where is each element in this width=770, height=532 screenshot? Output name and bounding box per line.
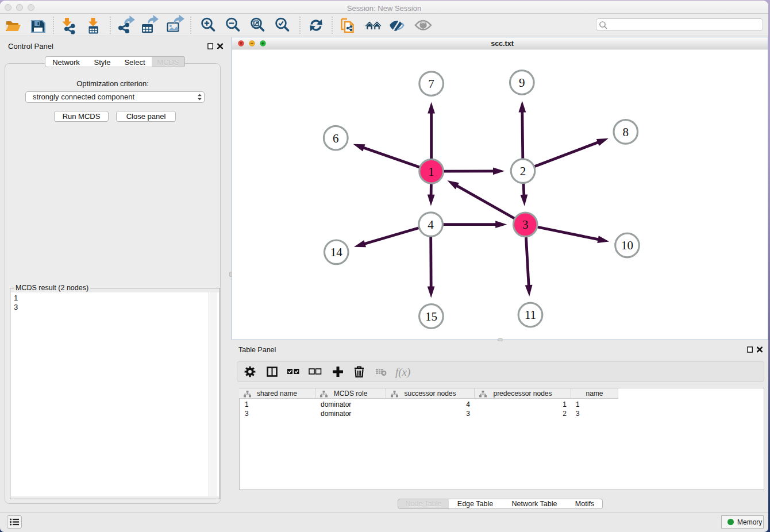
svg-text:8: 8 [623,125,629,139]
svg-text:1: 1 [428,165,434,179]
svg-text:2: 2 [520,164,526,178]
svg-text:4: 4 [428,218,434,232]
svg-text:9: 9 [519,76,525,90]
svg-text:3: 3 [522,218,529,232]
svg-text:10: 10 [621,238,633,252]
svg-text:14: 14 [330,245,343,259]
svg-text:11: 11 [525,308,536,322]
svg-text:f(x): f(x) [395,366,410,379]
svg-text:15: 15 [425,310,437,323]
svg-text:7: 7 [428,77,434,91]
svg-text:6: 6 [333,132,339,145]
